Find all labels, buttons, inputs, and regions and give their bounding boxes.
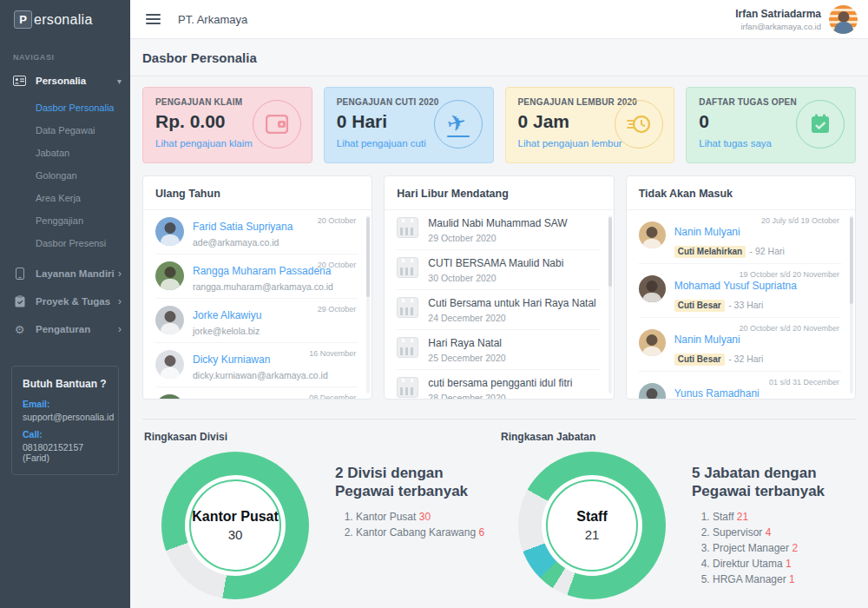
ranking-item: Staff 21 (713, 511, 856, 523)
scrollbar-track[interactable] (850, 215, 853, 393)
sidebar-item-dasbor-personalia[interactable]: Dasbor Personalia (0, 96, 130, 119)
logo-p-icon: P (14, 10, 32, 29)
scrollbar-thumb[interactable] (850, 217, 853, 304)
ranking-item: Project Manager 2 (713, 542, 856, 554)
panel-hari-libur: Hari Libur Mendatang Maulid Nabi Muhamma… (384, 175, 614, 400)
donut-center-value: 21 (585, 527, 600, 542)
card-link[interactable]: Lihat tugas saya (699, 138, 772, 149)
birthday-date: 20 October (318, 261, 357, 269)
personalia-submenu: Dasbor Personalia Data Pegawai Jabatan G… (0, 95, 130, 260)
user-menu[interactable]: Irfan Satriadarma irfan@arkamaya.co.id (735, 5, 858, 34)
jabatan-donut-chart: Staff 21 (518, 452, 666, 599)
logo-text: ersonalia (34, 12, 93, 28)
avatar (639, 383, 666, 399)
overtime-clock-icon (615, 100, 663, 149)
holiday-date: 24 December 2020 (428, 313, 595, 323)
summary-heading: 2 Divisi dengan Pegawai terbanyak (335, 464, 499, 501)
chevron-right-icon: › (118, 297, 122, 306)
scrollbar-thumb[interactable] (608, 217, 612, 287)
list-item: Farid Satia Supriyana ade@arkamaya.co.id… (155, 210, 358, 254)
holiday-date: 28 December 2020 (428, 393, 572, 399)
sidebar-item-pengaturan[interactable]: ⚙ Pengaturan › (0, 315, 130, 343)
id-card-icon (13, 75, 26, 88)
help-phone: 081802152157 (Farid) (23, 442, 108, 463)
ranking-item: Kantor Cabang Karawang 6 (356, 526, 499, 539)
sidebar-item-label: Personalia (36, 76, 117, 86)
card-link[interactable]: Lihat pengajuan lembur (518, 138, 622, 149)
sidebar-item-golongan[interactable]: Golongan (0, 164, 130, 187)
card-pengajuan-cuti[interactable]: PENGAJUAN CUTI 2020 0 Hari Lihat pengaju… (324, 87, 494, 163)
holiday-name: CUTI BERSAMA Maulid Nabi (428, 257, 563, 269)
chevron-right-icon: › (118, 269, 122, 278)
leave-date-range: 20 October s/d 20 November (739, 324, 839, 333)
holiday-list: Maulid Nabi Muhammad SAW 29 October 2020… (385, 210, 613, 399)
ringkasan-divisi-section: Ringkasan Divisi Kantor Pusat 30 2 Divis… (142, 431, 499, 599)
list-item: Yunus Ramadhani Cuti Besar - 31 Hari 01 … (639, 372, 841, 399)
scrollbar-thumb[interactable] (366, 217, 370, 297)
app-logo[interactable]: P ersonalia (0, 0, 130, 39)
leave-duration: - 33 Hari (728, 300, 763, 310)
sidebar-item-dasbor-presensi[interactable]: Dasbor Presensi (0, 232, 130, 254)
employee-name-link[interactable]: Umar Mustaqim (193, 398, 266, 399)
section-label: Ringkasan Divisi (144, 431, 499, 443)
calendar-icon (397, 377, 418, 398)
list-item: Rangga Muharam Passadena rangga.muharam@… (155, 254, 358, 299)
birthday-date: 16 November (309, 349, 356, 358)
employee-name-link[interactable]: Rangga Muharam Passadena (193, 265, 331, 277)
card-pengajuan-klaim[interactable]: PENGAJUAN KLAIM Rp. 0.00 Lihat pengajuan… (142, 87, 312, 163)
avatar (639, 221, 666, 248)
sidebar-item-jabatan[interactable]: Jabatan (0, 142, 130, 164)
card-daftar-tugas[interactable]: DAFTAR TUGAS OPEN 0 Lihat tugas saya (686, 87, 856, 163)
sidebar-item-label: Proyek & Tugas (36, 296, 118, 307)
hamburger-menu-icon[interactable] (146, 11, 161, 27)
sidebar-item-data-pegawai[interactable]: Data Pegawai (0, 119, 130, 142)
list-item: Umar Mustaqim 08 December (155, 387, 358, 399)
user-name: Irfan Satriadarma (735, 8, 821, 20)
sidebar: P ersonalia NAVIGASI Personalia ▾ Dasbor… (0, 0, 130, 608)
employee-name-link[interactable]: Nanin Mulyani (674, 334, 740, 346)
ranking-item: HRGA Manager 1 (713, 573, 856, 585)
panel-title: Ulang Tahun (143, 176, 372, 210)
employee-name-link[interactable]: Jorke Alkawiyu (193, 309, 261, 321)
scrollbar-track[interactable] (608, 215, 612, 393)
page-title: Dasbor Personalia (142, 50, 257, 65)
leave-duration: - 32 Hari (728, 354, 763, 364)
holiday-name: Hari Raya Natal (428, 337, 505, 349)
avatar[interactable] (829, 5, 858, 34)
employee-name-link[interactable]: Farid Satia Supriyana (193, 221, 293, 233)
sidebar-item-proyek-tugas[interactable]: Proyek & Tugas › (0, 287, 130, 315)
employee-email: dicky.kurniawan@arkamaya.co.id (193, 370, 328, 380)
card-pengajuan-lembur[interactable]: PENGAJUAN LEMBUR 2020 0 Jam Lihat pengaj… (505, 87, 675, 163)
scrollbar-track[interactable] (366, 215, 370, 393)
list-item: Hari Raya Natal 25 December 2020 (397, 330, 599, 370)
calendar-icon (397, 257, 418, 278)
employee-name-link[interactable]: Dicky Kurniawan (193, 354, 270, 366)
sidebar-item-personalia[interactable]: Personalia ▾ (0, 67, 130, 95)
leave-type-badge: Cuti Besar (674, 300, 725, 312)
ranking-item: Supervisor 4 (713, 526, 856, 539)
avatar (155, 394, 184, 399)
card-link[interactable]: Lihat pengajuan klaim (155, 138, 253, 149)
panels-row: Ulang Tahun Farid Satia Supriyana ade@ar… (142, 175, 856, 400)
summary-row: Ringkasan Divisi Kantor Pusat 30 2 Divis… (142, 431, 856, 599)
summary-heading: 5 Jabatan dengan Pegawai terbanyak (692, 464, 856, 501)
sidebar-item-area-kerja[interactable]: Area Kerja (0, 187, 130, 209)
employee-name-link[interactable]: Mohamad Yusuf Supriatna (674, 280, 797, 292)
avatar (639, 275, 666, 302)
holiday-name: Maulid Nabi Muhammad SAW (428, 217, 567, 229)
ringkasan-jabatan-section: Ringkasan Jabatan Staff 21 5 Jabatan den… (499, 431, 856, 599)
mobile-icon (13, 268, 26, 281)
list-item: Cuti Bersama untuk Hari Raya Natal 24 De… (397, 290, 599, 330)
employee-name-link[interactable]: Yunus Ramadhani (674, 387, 760, 399)
help-call-label: Call: (23, 429, 108, 439)
card-link[interactable]: Lihat pengajuan cuti (337, 138, 426, 149)
sidebar-item-layanan-mandiri[interactable]: Layanan Mandiri › (0, 260, 130, 287)
sidebar-item-penggajian[interactable]: Penggajian (0, 209, 130, 232)
calendar-icon (397, 297, 418, 318)
calendar-icon (397, 337, 418, 358)
jabatan-ranking-list: Staff 21 Supervisor 4 Project Manager 2 … (692, 511, 856, 585)
plane-takeoff-icon: ✈ (434, 100, 483, 149)
employee-name-link[interactable]: Nanin Mulyani (674, 226, 740, 238)
holiday-name: Cuti Bersama untuk Hari Raya Natal (428, 297, 595, 309)
employee-email: jorke@kelola.biz (193, 326, 261, 336)
